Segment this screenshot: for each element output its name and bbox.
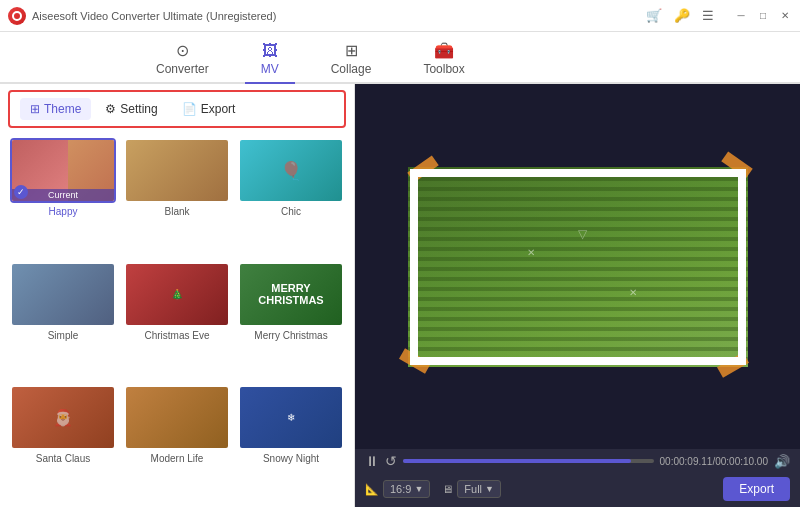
tab-collage[interactable]: ⊞ Collage xyxy=(315,35,388,84)
theme-item-modern-life[interactable]: Modern Life xyxy=(124,385,230,501)
app-logo xyxy=(8,7,26,25)
theme-label-happy: Happy xyxy=(49,206,78,217)
subtab-theme[interactable]: ⊞ Theme xyxy=(20,98,91,120)
theme-thumb-santa-claus: 🎅 xyxy=(10,385,116,450)
export-button[interactable]: Export xyxy=(723,477,790,501)
theme-item-merry-christmas[interactable]: MERRY CHRISTMAS Merry Christmas xyxy=(238,262,344,378)
theme-label-merry-christmas: Merry Christmas xyxy=(254,330,327,341)
subtab-setting[interactable]: ⚙ Setting xyxy=(95,98,167,120)
theme-thumb-simple xyxy=(10,262,116,327)
video-preview: ✕ ✕ ▽ xyxy=(355,84,800,449)
app-title: Aiseesoft Video Converter Ultimate (Unre… xyxy=(32,10,276,22)
minimize-button[interactable]: ─ xyxy=(734,9,748,23)
tab-mv-label: MV xyxy=(261,62,279,76)
theme-thumb-chic: 🎈 xyxy=(238,138,344,203)
video-content xyxy=(408,167,748,367)
ratio-button[interactable]: 16:9 ▼ xyxy=(383,480,430,498)
display-mode-label: Full xyxy=(464,483,482,495)
right-panel: ✕ ✕ ▽ ⏸ ↺ 00:00:09.11/00:00:10.00 🔊 📐 16… xyxy=(355,84,800,507)
marker-1: ✕ xyxy=(527,247,535,258)
theme-label-snowy-night: Snowy Night xyxy=(263,453,319,464)
maximize-button[interactable]: □ xyxy=(756,9,770,23)
display-mode-arrow: ▼ xyxy=(485,484,494,494)
export-doc-icon: 📄 xyxy=(182,102,197,116)
subtab-export[interactable]: 📄 Export xyxy=(172,98,246,120)
theme-thumb-happy: Current ✓ xyxy=(10,138,116,203)
check-icon: ✓ xyxy=(14,185,28,199)
tab-converter[interactable]: ⊙ Converter xyxy=(140,35,225,84)
preview-frame: ✕ ✕ ▽ xyxy=(408,167,748,367)
theme-label-christmas-eve: Christmas Eve xyxy=(144,330,209,341)
tab-converter-label: Converter xyxy=(156,62,209,76)
tab-toolbox-label: Toolbox xyxy=(423,62,464,76)
collage-icon: ⊞ xyxy=(345,41,358,60)
key-icon[interactable]: 🔑 xyxy=(674,8,690,23)
ratio-dropdown-arrow: ▼ xyxy=(414,484,423,494)
theme-thumb-christmas-eve: 🎄 xyxy=(124,262,230,327)
theme-thumb-modern-life xyxy=(124,385,230,450)
display-mode-button[interactable]: Full ▼ xyxy=(457,480,501,498)
sub-tabs: ⊞ Theme ⚙ Setting 📄 Export xyxy=(8,90,346,128)
theme-item-chic[interactable]: 🎈 Chic xyxy=(238,138,344,254)
cart-icon[interactable]: 🛒 xyxy=(646,8,662,23)
theme-thumb-blank xyxy=(124,138,230,203)
tab-collage-label: Collage xyxy=(331,62,372,76)
nav-tabs: ⊙ Converter 🖼 MV ⊞ Collage 🧰 Toolbox xyxy=(0,32,800,84)
volume-icon[interactable]: 🔊 xyxy=(774,454,790,469)
ratio-label: 16:9 xyxy=(390,483,411,495)
monitor-icon: 🖥 xyxy=(442,483,453,495)
title-bar: Aiseesoft Video Converter Ultimate (Unre… xyxy=(0,0,800,32)
left-panel: ⊞ Theme ⚙ Setting 📄 Export xyxy=(0,84,355,507)
subtab-setting-label: Setting xyxy=(120,102,157,116)
subtab-export-label: Export xyxy=(201,102,236,116)
theme-thumb-snowy-night: ❄ xyxy=(238,385,344,450)
theme-item-simple[interactable]: Simple xyxy=(10,262,116,378)
time-display: 00:00:09.11/00:00:10.00 xyxy=(660,456,768,467)
theme-grid-icon: ⊞ xyxy=(30,102,40,116)
theme-grid: Current ✓ Happy Blank 🎈 Chic xyxy=(0,132,354,507)
theme-item-santa-claus[interactable]: 🎅 Santa Claus xyxy=(10,385,116,501)
setting-gear-icon: ⚙ xyxy=(105,102,116,116)
converter-icon: ⊙ xyxy=(176,41,189,60)
theme-label-simple: Simple xyxy=(48,330,79,341)
triangle-indicator: ▽ xyxy=(578,227,587,241)
theme-label-modern-life: Modern Life xyxy=(151,453,204,464)
controls-row2: 📐 16:9 ▼ 🖥 Full ▼ Export xyxy=(355,473,800,507)
toolbox-icon: 🧰 xyxy=(434,41,454,60)
theme-item-happy[interactable]: Current ✓ Happy xyxy=(10,138,116,254)
theme-thumb-merry-christmas: MERRY CHRISTMAS xyxy=(238,262,344,327)
close-button[interactable]: ✕ xyxy=(778,9,792,23)
theme-item-snowy-night[interactable]: ❄ Snowy Night xyxy=(238,385,344,501)
menu-icon[interactable]: ☰ xyxy=(702,8,714,23)
tab-toolbox[interactable]: 🧰 Toolbox xyxy=(407,35,480,84)
marker-2: ✕ xyxy=(629,287,637,298)
theme-label-chic: Chic xyxy=(281,206,301,217)
subtab-theme-label: Theme xyxy=(44,102,81,116)
video-controls: ⏸ ↺ 00:00:09.11/00:00:10.00 🔊 xyxy=(355,449,800,473)
tab-mv[interactable]: 🖼 MV xyxy=(245,36,295,84)
theme-label-santa-claus: Santa Claus xyxy=(36,453,90,464)
main-layout: ⊞ Theme ⚙ Setting 📄 Export xyxy=(0,84,800,507)
progress-bar[interactable] xyxy=(403,459,654,463)
theme-item-blank[interactable]: Blank xyxy=(124,138,230,254)
pause-button[interactable]: ⏸ xyxy=(365,453,379,469)
progress-fill xyxy=(403,459,631,463)
theme-item-christmas-eve[interactable]: 🎄 Christmas Eve xyxy=(124,262,230,378)
ratio-select: 📐 16:9 ▼ 🖥 Full ▼ xyxy=(365,480,501,498)
ratio-icon: 📐 xyxy=(365,483,379,496)
mv-icon: 🖼 xyxy=(262,42,278,60)
replay-button[interactable]: ↺ xyxy=(385,453,397,469)
theme-label-blank: Blank xyxy=(164,206,189,217)
